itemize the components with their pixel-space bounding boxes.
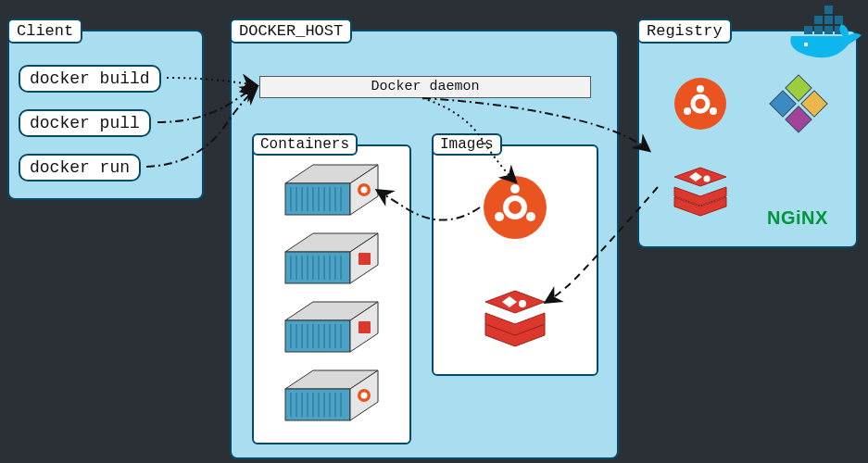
svg-rect-44 <box>814 26 823 34</box>
docker-logo-icon <box>787 4 865 65</box>
registry-centos-icon <box>770 75 827 132</box>
docker-host-panel: DOCKER_HOST Docker daemon Containers <box>230 30 619 459</box>
cmd-docker-build: docker build <box>19 65 161 93</box>
registry-nginx-label: NGiNX <box>767 207 828 229</box>
svg-rect-50 <box>824 6 833 14</box>
registry-redis-icon <box>674 168 726 216</box>
diagram-canvas: { "client": { "title": "Client", "comman… <box>0 0 868 463</box>
svg-point-28 <box>519 300 526 307</box>
docker-host-title: DOCKER_HOST <box>230 19 352 44</box>
svg-point-31 <box>697 85 704 93</box>
containers-stack <box>254 146 409 443</box>
svg-rect-43 <box>804 26 812 34</box>
svg-point-14 <box>361 187 368 194</box>
svg-point-21 <box>510 184 520 194</box>
cmd-docker-run: docker run <box>19 154 141 181</box>
svg-point-22 <box>526 212 535 221</box>
image-redis-icon <box>485 291 545 346</box>
registry-ubuntu-icon <box>674 78 726 130</box>
client-panel: Client docker build docker pull docker r… <box>7 30 204 200</box>
image-ubuntu-icon <box>484 176 547 239</box>
containers-title: Containers <box>252 133 358 156</box>
containers-panel: Containers <box>252 144 411 444</box>
cmd-docker-pull: docker pull <box>19 109 151 137</box>
svg-rect-48 <box>824 16 833 24</box>
svg-point-18 <box>361 393 368 399</box>
registry-title: Registry <box>637 19 732 44</box>
svg-point-42 <box>704 176 711 182</box>
svg-point-33 <box>684 107 691 115</box>
images-stack <box>434 146 597 374</box>
client-title: Client <box>7 19 82 44</box>
images-panel: Images <box>432 144 598 376</box>
svg-rect-45 <box>824 26 833 34</box>
svg-point-32 <box>710 107 717 115</box>
svg-point-23 <box>495 212 504 221</box>
svg-point-51 <box>804 43 808 46</box>
docker-daemon-box: Docker daemon <box>259 76 591 98</box>
images-title: Images <box>432 133 502 156</box>
svg-rect-15 <box>359 253 371 265</box>
svg-rect-47 <box>814 16 823 24</box>
svg-rect-49 <box>835 16 843 24</box>
svg-rect-16 <box>359 321 371 333</box>
